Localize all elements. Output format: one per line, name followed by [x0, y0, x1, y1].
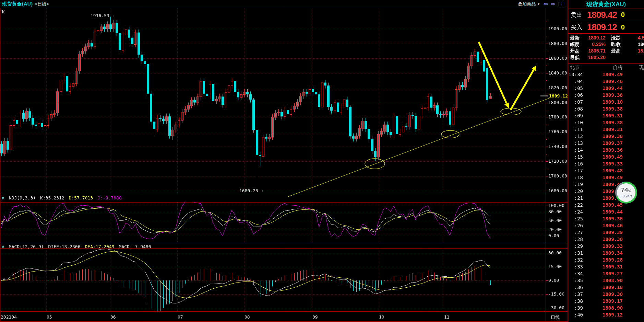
buy-label: 买入 [571, 23, 585, 31]
tick-time: :35 [574, 278, 583, 283]
tick-price: 1809.44 [603, 85, 623, 91]
quote-label: 最高 [611, 48, 621, 54]
indicator-swap-icon[interactable]: ⇄ [2, 244, 4, 249]
quote-label: 涨跌 [611, 35, 621, 41]
tick-row: :261809.46 [568, 222, 644, 229]
tick-row: :361809.18 [568, 284, 644, 291]
sidebar-symbol-title: 现货黄金(XAU) [568, 0, 644, 9]
tick-row: :141809.36 [568, 147, 644, 153]
title-bar-controls: 叠加商品 ▼ ⇦ ⇨ [518, 0, 564, 8]
tick-price: 1808.90 [603, 278, 623, 283]
back-arrow-icon[interactable]: ⇦ [543, 1, 548, 7]
tick-time: 10:34 [569, 72, 583, 77]
tick-time: :24 [574, 209, 583, 215]
quote-value: 0.25% [592, 42, 606, 47]
tick-time: :28 [574, 237, 583, 242]
tick-price: 1809.44 [603, 209, 623, 215]
tick-row: 10:341809.49 [568, 71, 644, 78]
tick-row: :351808.90 [568, 277, 644, 284]
overlay-symbol-label: 叠加商品 [518, 1, 536, 7]
high-price-annotation: 1916.53 → [91, 13, 115, 18]
tick-row: :151809.49 [568, 153, 644, 160]
tick-row: :401809.12 [568, 311, 644, 318]
tick-time: :32 [574, 257, 583, 263]
tick-row: :041809.46 [568, 78, 644, 85]
tick-price: 1809.33 [603, 243, 623, 249]
download-progress-badge[interactable]: 74% ↑ 0.2K/s [615, 182, 637, 204]
kdj-axis-label: 20.00 [548, 227, 562, 232]
tick-header-volume: 现 [639, 65, 644, 71]
kdj-k-value: K:35.2312 [40, 195, 64, 200]
quote-summary-grid: 最新1809.12涨跌4.5幅度0.25%昨收1804.6开盘1805.71最高… [568, 34, 644, 64]
tick-time: :06 [574, 92, 583, 98]
tick-price: 1809.31 [603, 113, 623, 118]
tick-header-price: 价格 [613, 65, 622, 71]
tick-row: :241809.44 [568, 208, 644, 215]
quote-label: 最低 [570, 55, 580, 61]
buy-quote-row[interactable]: 买入 1809.12 0 [568, 21, 644, 34]
tick-price: 1809.45 [603, 202, 623, 208]
tick-price: 1809.36 [603, 147, 623, 153]
tick-price: 1809.31 [603, 127, 623, 132]
badge-percent: 74% [621, 187, 632, 194]
tick-time: :39 [574, 305, 583, 311]
tick-row: :051809.44 [568, 85, 644, 92]
caret-down-icon: ▼ [537, 2, 540, 6]
tick-row: :091809.31 [568, 112, 644, 119]
kdj-d-value: D:57.7013 [69, 195, 93, 200]
month-label: 202104 [1, 314, 17, 320]
tick-row: :181809.49 [568, 174, 644, 181]
tick-time: :17 [574, 168, 583, 173]
macd-axis-label: -30.00 [548, 305, 564, 310]
main-indicator-key: K [2, 10, 5, 14]
tick-row: :081809.38 [568, 105, 644, 112]
tick-row: :311809.34 [568, 250, 644, 256]
tick-row: :061809.38 [568, 92, 644, 99]
price-axis-label: 1860.00 [548, 56, 567, 61]
tick-time: :09 [574, 113, 583, 118]
current-price-tag: 1809.12 [549, 93, 568, 99]
tick-price: 1809.31 [603, 264, 623, 269]
price-axis-label: 1680.00 [548, 188, 567, 193]
tick-time: :27 [574, 230, 583, 235]
chart-title-bar: 现货黄金(AU) <日线> 叠加商品 ▼ ⇦ ⇨ [0, 0, 568, 8]
tick-time: :33 [574, 264, 583, 269]
tick-list-header: 北京 价格 现 [568, 64, 644, 71]
tick-row: :331809.31 [568, 263, 644, 270]
month-label: 07 [178, 314, 183, 320]
macd-axis-label: -15.00 [548, 291, 564, 297]
badge-percent-value: 74 [621, 186, 628, 194]
layout-grid-icon[interactable] [559, 2, 564, 6]
sell-price: 1809.42 [587, 10, 617, 20]
tick-time: :34 [574, 271, 583, 276]
candlestick-chart-canvas[interactable] [0, 0, 568, 322]
tick-time: :40 [574, 312, 583, 318]
tick-price: 1809.39 [603, 230, 623, 235]
forward-arrow-icon[interactable]: ⇨ [551, 1, 556, 7]
macd-axis-label: 0.00 [548, 278, 559, 283]
tick-row: :291809.33 [568, 243, 644, 250]
month-label: 11 [444, 314, 450, 320]
tick-time: :25 [574, 216, 583, 221]
tick-row: :391808.90 [568, 304, 644, 311]
quote-row: 最新1809.12涨跌4.5 [568, 35, 644, 42]
kdj-label-row: ⇄ KDJ(9,3,3) K:35.2312 D:57.7013 J:-9.70… [2, 195, 121, 200]
tick-time: :26 [574, 223, 583, 228]
tick-time: :37 [574, 291, 583, 297]
tick-row: :251809.36 [568, 215, 644, 222]
tick-price: 1809.38 [603, 120, 623, 125]
badge-percent-sign: % [628, 189, 632, 193]
tick-time: :15 [574, 154, 583, 160]
price-axis-label: 1780.00 [548, 114, 567, 119]
macd-label-row: ⇄ MACD(12,26,9) DIFF:13.2306 DEA:17.2049… [2, 244, 151, 249]
quote-label: 幅度 [570, 42, 580, 48]
tick-row: :321809.28 [568, 256, 644, 263]
indicator-swap-icon[interactable]: ⇄ [2, 195, 4, 200]
sell-quote-row[interactable]: 卖出 1809.42 0 [568, 9, 644, 21]
quote-value: 4.5 [638, 35, 644, 41]
quote-value: 1809.12 [588, 35, 606, 41]
overlay-symbol-button[interactable]: 叠加商品 ▼ [518, 1, 540, 7]
price-axis-label: 1720.00 [548, 159, 567, 164]
tick-row: :101809.38 [568, 119, 644, 126]
tick-time: :07 [574, 99, 583, 105]
